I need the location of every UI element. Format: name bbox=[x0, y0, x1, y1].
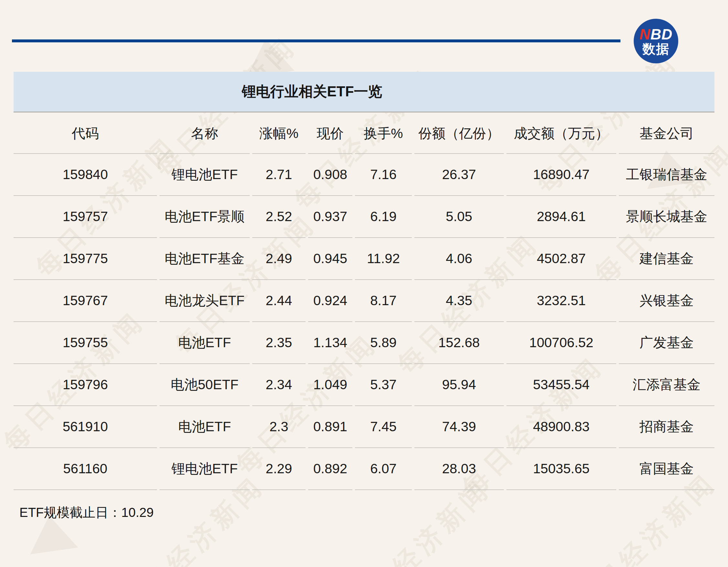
table-cell: 159840 bbox=[14, 154, 157, 196]
table-cell: 28.03 bbox=[414, 448, 504, 490]
etf-table: 代码名称涨幅%现价换手%份额（亿份）成交额（万元）基金公司 159840锂电池E… bbox=[11, 113, 717, 490]
column-header: 代码 bbox=[14, 113, 157, 154]
column-header: 份额（亿份） bbox=[414, 113, 504, 154]
table-cell: 0.908 bbox=[308, 154, 352, 196]
table-cell: 0.937 bbox=[308, 196, 352, 238]
table-cell: 0.924 bbox=[308, 280, 352, 322]
table-header-row: 代码名称涨幅%现价换手%份额（亿份）成交额（万元）基金公司 bbox=[14, 113, 714, 154]
table-row: 159775电池ETF基金2.490.94511.924.064502.87建信… bbox=[14, 238, 714, 280]
table-cell: 26.37 bbox=[414, 154, 504, 196]
table-cell: 5.05 bbox=[414, 196, 504, 238]
table-cell: 2.3 bbox=[252, 406, 306, 448]
table-cell: 2.49 bbox=[252, 238, 306, 280]
column-header: 名称 bbox=[160, 113, 250, 154]
column-header: 涨幅% bbox=[252, 113, 306, 154]
column-header: 现价 bbox=[308, 113, 352, 154]
nbd-logo-subtext: 数据 bbox=[642, 42, 670, 56]
table-cell: 100706.52 bbox=[506, 322, 616, 364]
nbd-logo-text: NBD bbox=[640, 26, 673, 42]
table-cell: 159767 bbox=[14, 280, 157, 322]
table-cell: 1.134 bbox=[308, 322, 352, 364]
table-cell: 6.19 bbox=[355, 196, 411, 238]
table-cell: 7.16 bbox=[355, 154, 411, 196]
table-body: 159840锂电池ETF2.710.9087.1626.3716890.47工银… bbox=[14, 154, 714, 490]
table-cell: 2.52 bbox=[252, 196, 306, 238]
nbd-data-logo: NBD 数据 bbox=[634, 19, 678, 63]
table-cell: 电池50ETF bbox=[160, 364, 250, 406]
column-header: 基金公司 bbox=[619, 113, 714, 154]
table-cell: 159755 bbox=[14, 322, 157, 364]
table-cell: 74.39 bbox=[414, 406, 504, 448]
table-cell: 152.68 bbox=[414, 322, 504, 364]
table-cell: 兴银基金 bbox=[619, 280, 714, 322]
infographic-page: 每日经济新闻 每日经济新闻 每日经济新闻 每日经济新闻 每日经济新闻 每日经济新… bbox=[0, 0, 728, 567]
table-cell: 电池ETF景顺 bbox=[160, 196, 250, 238]
table-cell: 建信基金 bbox=[619, 238, 714, 280]
table-cell: 广发基金 bbox=[619, 322, 714, 364]
table-cell: 2.29 bbox=[252, 448, 306, 490]
table-cell: 电池ETF基金 bbox=[160, 238, 250, 280]
table-title: 锂电行业相关ETF一览 bbox=[14, 82, 714, 101]
table-row: 561160锂电池ETF2.290.8926.0728.0315035.65富国… bbox=[14, 448, 714, 490]
table-cell: 汇添富基金 bbox=[619, 364, 714, 406]
table-cell: 0.891 bbox=[308, 406, 352, 448]
table-title-band: 锂电行业相关ETF一览 bbox=[14, 72, 714, 112]
table-cell: 8.17 bbox=[355, 280, 411, 322]
table-cell: 2.44 bbox=[252, 280, 306, 322]
table-cell: 电池龙头ETF bbox=[160, 280, 250, 322]
table-cell: 锂电池ETF bbox=[160, 448, 250, 490]
table-cell: 0.892 bbox=[308, 448, 352, 490]
column-header: 成交额（万元） bbox=[506, 113, 616, 154]
table-cell: 4.35 bbox=[414, 280, 504, 322]
table-cell: 招商基金 bbox=[619, 406, 714, 448]
table-cell: 2894.61 bbox=[506, 196, 616, 238]
table-cell: 159775 bbox=[14, 238, 157, 280]
table-row: 159755电池ETF2.351.1345.89152.68100706.52广… bbox=[14, 322, 714, 364]
table-cell: 电池ETF bbox=[160, 406, 250, 448]
table-cell: 2.35 bbox=[252, 322, 306, 364]
table-row: 159796电池50ETF2.341.0495.3795.9453455.54汇… bbox=[14, 364, 714, 406]
table-row: 159840锂电池ETF2.710.9087.1626.3716890.47工银… bbox=[14, 154, 714, 196]
table-cell: 15035.65 bbox=[506, 448, 616, 490]
table-cell: 16890.47 bbox=[506, 154, 616, 196]
table-cell: 95.94 bbox=[414, 364, 504, 406]
footnote: ETF规模截止日：10.29 bbox=[19, 504, 154, 521]
table-cell: 0.945 bbox=[308, 238, 352, 280]
table-row: 159767电池龙头ETF2.440.9248.174.353232.51兴银基… bbox=[14, 280, 714, 322]
table-cell: 48900.83 bbox=[506, 406, 616, 448]
table-cell: 6.07 bbox=[355, 448, 411, 490]
table-cell: 2.71 bbox=[252, 154, 306, 196]
table-cell: 7.45 bbox=[355, 406, 411, 448]
table-cell: 4502.87 bbox=[506, 238, 616, 280]
table-cell: 3232.51 bbox=[506, 280, 616, 322]
table-cell: 561910 bbox=[14, 406, 157, 448]
table-cell: 富国基金 bbox=[619, 448, 714, 490]
table-cell: 561160 bbox=[14, 448, 157, 490]
table-cell: 2.34 bbox=[252, 364, 306, 406]
column-header: 换手% bbox=[355, 113, 411, 154]
table-cell: 159757 bbox=[14, 196, 157, 238]
table-cell: 工银瑞信基金 bbox=[619, 154, 714, 196]
table-cell: 5.37 bbox=[355, 364, 411, 406]
table-cell: 1.049 bbox=[308, 364, 352, 406]
table-cell: 4.06 bbox=[414, 238, 504, 280]
table-row: 159757电池ETF景顺2.520.9376.195.052894.61景顺长… bbox=[14, 196, 714, 238]
table-cell: 5.89 bbox=[355, 322, 411, 364]
table-cell: 11.92 bbox=[355, 238, 411, 280]
table-cell: 锂电池ETF bbox=[160, 154, 250, 196]
table-cell: 159796 bbox=[14, 364, 157, 406]
header-accent-line bbox=[12, 39, 620, 42]
table-cell: 电池ETF bbox=[160, 322, 250, 364]
table-cell: 景顺长城基金 bbox=[619, 196, 714, 238]
table-row: 561910电池ETF2.30.8917.4574.3948900.83招商基金 bbox=[14, 406, 714, 448]
table-cell: 53455.54 bbox=[506, 364, 616, 406]
